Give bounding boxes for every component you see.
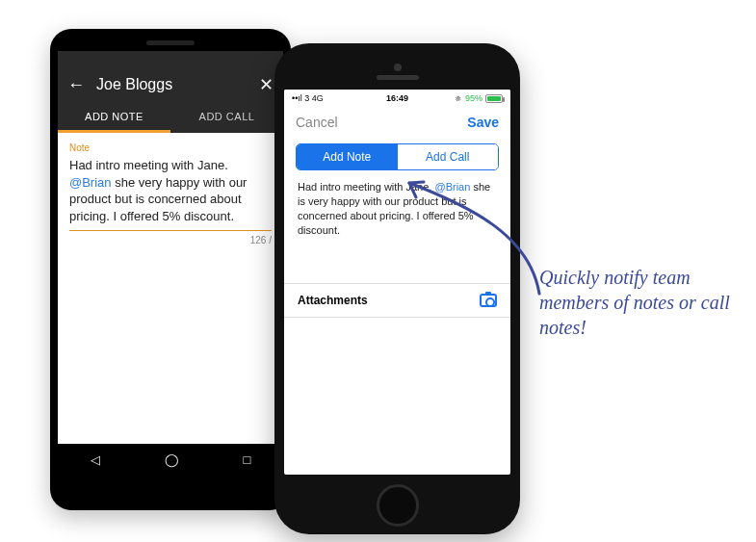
android-status-bar bbox=[58, 51, 283, 68]
android-phone-frame: ← Joe Bloggs ✕ ADD NOTE ADD CALL Note Ha… bbox=[50, 29, 291, 510]
attachments-label: Attachments bbox=[298, 294, 368, 307]
battery-icon bbox=[485, 94, 503, 103]
cancel-button[interactable]: Cancel bbox=[296, 115, 338, 130]
note-mention[interactable]: @Brian bbox=[69, 175, 112, 190]
ios-note-input[interactable]: Had intro meeting with Jane. @Brian she … bbox=[284, 180, 510, 237]
iphone-top-bezel bbox=[284, 53, 510, 90]
save-button[interactable]: Save bbox=[467, 115, 499, 130]
note-input[interactable]: Had intro meeting with Jane. @Brian she … bbox=[69, 157, 272, 224]
ios-note-before: Had intro meeting with Jane. bbox=[298, 181, 434, 193]
status-time: 16:49 bbox=[284, 93, 510, 103]
iphone-speaker bbox=[377, 75, 419, 80]
ios-status-bar: ••ıl 3 4G 16:49 ⨳ 95% bbox=[284, 90, 510, 107]
android-nav-bar: ◁ ◯ □ bbox=[58, 444, 283, 475]
android-home-icon[interactable]: ◯ bbox=[165, 452, 179, 467]
tab-add-note[interactable]: ADD NOTE bbox=[58, 101, 170, 133]
android-header: ← Joe Bloggs ✕ bbox=[58, 68, 283, 101]
android-body: Note Had intro meeting with Jane. @Brian… bbox=[58, 133, 283, 255]
android-screen: ← Joe Bloggs ✕ ADD NOTE ADD CALL Note Ha… bbox=[58, 51, 283, 475]
android-back-icon[interactable]: ◁ bbox=[91, 452, 100, 467]
note-field-label: Note bbox=[69, 142, 272, 153]
ios-nav-bar: Cancel Save bbox=[284, 107, 510, 138]
ios-note-mention[interactable]: @Brian bbox=[434, 181, 470, 193]
iphone-home-button[interactable] bbox=[377, 484, 419, 527]
note-char-count: 126 / bbox=[69, 235, 272, 245]
note-underline bbox=[69, 230, 272, 231]
annotation-text: Quickly notify team members of notes or … bbox=[539, 265, 732, 340]
iphone-frame: ••ıl 3 4G 16:49 ⨳ 95% Cancel Save Add No… bbox=[274, 43, 520, 534]
android-speaker bbox=[146, 40, 195, 45]
tab-add-call[interactable]: ADD CALL bbox=[170, 101, 283, 133]
attachments-row: Attachments bbox=[284, 283, 510, 318]
iphone-screen: ••ıl 3 4G 16:49 ⨳ 95% Cancel Save Add No… bbox=[284, 90, 510, 475]
seg-add-call[interactable]: Add Call bbox=[398, 144, 499, 169]
camera-icon[interactable] bbox=[480, 294, 497, 307]
iphone-camera bbox=[394, 64, 402, 71]
ios-segmented-control: Add Note Add Call bbox=[296, 143, 499, 170]
seg-add-note[interactable]: Add Note bbox=[297, 144, 398, 169]
close-icon[interactable]: ✕ bbox=[259, 76, 274, 93]
android-recents-icon[interactable]: □ bbox=[244, 452, 251, 467]
note-text-before: Had intro meeting with Jane. bbox=[69, 158, 228, 172]
contact-name: Joe Bloggs bbox=[96, 76, 248, 93]
back-icon[interactable]: ← bbox=[67, 76, 85, 93]
android-tabs: ADD NOTE ADD CALL bbox=[58, 101, 283, 133]
